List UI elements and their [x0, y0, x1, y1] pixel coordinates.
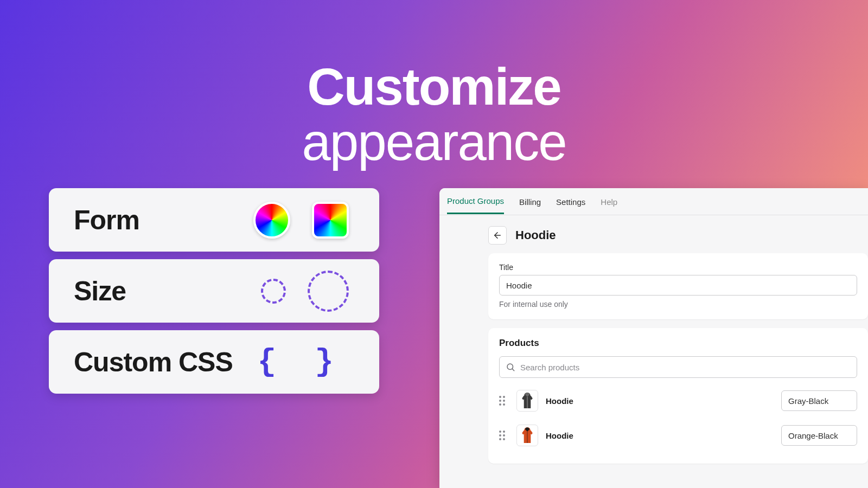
color-wheel-circle-icon [253, 202, 290, 239]
hoodie-orange-icon [520, 426, 535, 445]
svg-line-2 [512, 369, 514, 370]
hero-line2: appearance [0, 112, 868, 172]
card-css-label: Custom CSS [74, 346, 258, 378]
admin-panel: Product Groups Billing Settings Help Hoo… [439, 188, 868, 488]
variant-select[interactable]: Gray-Black [781, 390, 857, 411]
hero-title: Customize appearance [0, 57, 868, 172]
color-wheel-square-icon [312, 202, 349, 239]
search-icon [506, 362, 515, 372]
card-size-label: Size [74, 275, 261, 307]
arrow-left-icon [493, 230, 502, 240]
drag-handle-icon[interactable] [499, 431, 509, 440]
dashed-circle-large-icon [308, 271, 349, 312]
products-title: Products [499, 338, 857, 349]
product-name: Hoodie [546, 431, 774, 440]
search-products-input[interactable] [499, 356, 857, 378]
title-helper: For internal use only [499, 300, 857, 309]
tab-billing[interactable]: Billing [519, 190, 541, 214]
title-section: Title For internal use only [488, 253, 868, 319]
tab-settings[interactable]: Settings [556, 190, 585, 214]
product-row: Hoodie Orange-Black [499, 418, 857, 453]
card-form: Form [49, 188, 379, 252]
page-title: Hoodie [515, 228, 556, 242]
product-row: Hoodie Gray-Black [499, 383, 857, 418]
tabs: Product Groups Billing Settings Help [439, 188, 868, 215]
dashed-circle-small-icon [261, 279, 286, 304]
variant-select[interactable]: Orange-Black [781, 425, 857, 446]
feature-cards: Form Size Custom CSS { } [49, 188, 379, 394]
hoodie-gray-icon [520, 391, 535, 410]
card-form-label: Form [74, 204, 253, 236]
product-thumbnail [516, 425, 538, 446]
drag-handle-icon[interactable] [499, 396, 509, 406]
tab-help[interactable]: Help [601, 190, 617, 214]
products-section: Products Hoodie [488, 328, 868, 464]
title-label: Title [499, 263, 857, 272]
braces-icon: { } [258, 344, 343, 380]
card-custom-css: Custom CSS { } [49, 330, 379, 394]
title-input[interactable] [499, 275, 857, 296]
tab-product-groups[interactable]: Product Groups [447, 189, 504, 214]
back-button[interactable] [488, 226, 507, 245]
svg-point-1 [507, 364, 513, 370]
hero-line1: Customize [0, 57, 868, 117]
card-size: Size [49, 259, 379, 323]
product-name: Hoodie [546, 396, 774, 406]
product-thumbnail [516, 390, 538, 412]
